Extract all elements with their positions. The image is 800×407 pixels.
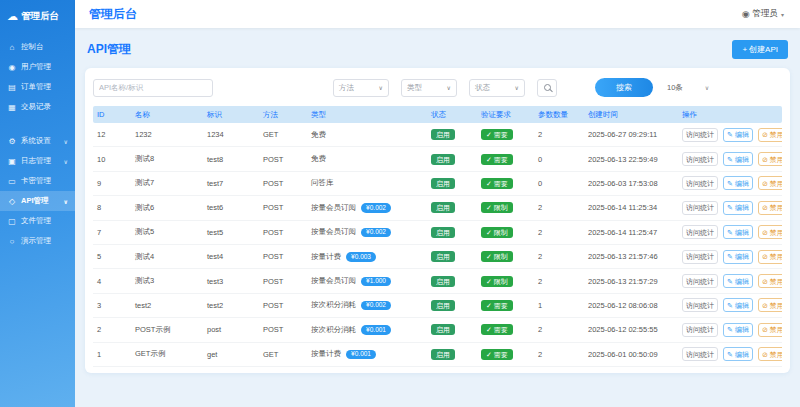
disable-button[interactable]: ⊘ 禁用 bbox=[758, 323, 782, 337]
cell-method: GET bbox=[259, 350, 307, 359]
cell-actions: 访问统计 ✎ 编辑 ⊘ 禁用 ✗ 删除 bbox=[678, 176, 782, 190]
type-text: 按量会员订阅 bbox=[311, 227, 356, 236]
method-filter-select[interactable]: 方法 ∨ bbox=[333, 79, 389, 97]
sidebar-nav: ⌂ 控制台 ◉ 用户管理 ▤ 订单管理 ▦ 交易记录 ⚙ 系统设置 ∨ ▣ 日志… bbox=[0, 31, 75, 251]
type-filter-select[interactable]: 类型 ∨ bbox=[401, 79, 457, 97]
cell-name: 测试6 bbox=[131, 203, 203, 213]
stats-button[interactable]: 访问统计 bbox=[682, 347, 718, 361]
chevron-down-icon: ∨ bbox=[64, 158, 68, 165]
type-text: 按次积分消耗 bbox=[311, 300, 356, 309]
stats-button[interactable]: 访问统计 bbox=[682, 298, 718, 312]
status-filter-select[interactable]: 状态 ∨ bbox=[469, 79, 525, 97]
cell-id: 5 bbox=[93, 252, 131, 261]
stats-button[interactable]: 访问统计 bbox=[682, 152, 718, 166]
price-badge: ¥0.003 bbox=[346, 252, 376, 262]
cell-type: 按量会员订阅 ¥1.000 bbox=[307, 276, 427, 286]
column-header: 类型 bbox=[307, 110, 427, 120]
cell-created: 2025-06-12 08:06:08 bbox=[584, 301, 678, 310]
stats-button[interactable]: 访问统计 bbox=[682, 176, 718, 190]
disable-button[interactable]: ⊘ 禁用 bbox=[758, 176, 782, 190]
sidebar-item-files[interactable]: ▢ 文件管理 bbox=[0, 211, 75, 231]
edit-button[interactable]: ✎ 编辑 bbox=[723, 152, 753, 166]
stats-button[interactable]: 访问统计 bbox=[682, 225, 718, 239]
keyword-search-input[interactable] bbox=[93, 79, 213, 97]
cell-params: 2 bbox=[534, 277, 584, 286]
edit-button[interactable]: ✎ 编辑 bbox=[723, 250, 753, 264]
sidebar-item-users[interactable]: ◉ 用户管理 bbox=[0, 57, 75, 77]
search-button[interactable]: 搜索 bbox=[595, 78, 653, 97]
cell-id: 10 bbox=[93, 155, 131, 164]
sidebar-item-api[interactable]: ◇ API管理 ∨ bbox=[0, 191, 75, 211]
edit-button[interactable]: ✎ 编辑 bbox=[723, 347, 753, 361]
cell-status: 启用 bbox=[427, 129, 477, 140]
cell-name: 测试5 bbox=[131, 227, 203, 237]
cell-actions: 访问统计 ✎ 编辑 ⊘ 禁用 ✗ 删除 bbox=[678, 323, 782, 337]
disable-button[interactable]: ⊘ 禁用 bbox=[758, 201, 782, 215]
cell-actions: 访问统计 ✎ 编辑 ⊘ 禁用 ✗ 删除 bbox=[678, 298, 782, 312]
sidebar-item-console[interactable]: ⌂ 控制台 bbox=[0, 37, 75, 57]
chevron-down-icon: ∨ bbox=[379, 84, 383, 91]
edit-button[interactable]: ✎ 编辑 bbox=[723, 128, 753, 142]
table-row: 7 测试5 test5 POST 按量会员订阅 ¥0.002 启用 ✓ 限制 2… bbox=[93, 221, 782, 245]
cell-code: test3 bbox=[203, 277, 259, 286]
disable-button[interactable]: ⊘ 禁用 bbox=[758, 274, 782, 288]
cell-created: 2025-06-03 17:53:08 bbox=[584, 179, 678, 188]
stats-button[interactable]: 访问统计 bbox=[682, 128, 718, 142]
sidebar-item-orders[interactable]: ▤ 订单管理 bbox=[0, 77, 75, 97]
price-badge: ¥0.002 bbox=[361, 203, 391, 213]
stats-button[interactable]: 访问统计 bbox=[682, 274, 718, 288]
cell-method: POST bbox=[259, 203, 307, 212]
edit-button[interactable]: ✎ 编辑 bbox=[723, 323, 753, 337]
sidebar-item-icon: ▤ bbox=[7, 83, 17, 92]
chevron-down-icon: ∨ bbox=[447, 84, 451, 91]
cell-status: 启用 bbox=[427, 154, 477, 165]
page-size-select[interactable]: 10条 ∨ bbox=[667, 83, 709, 93]
edit-button[interactable]: ✎ 编辑 bbox=[723, 201, 753, 215]
create-api-button[interactable]: + 创建API bbox=[732, 40, 788, 59]
cell-name: 1232 bbox=[131, 130, 203, 139]
cell-verify: ✓ 限制 bbox=[477, 251, 534, 262]
sidebar-item-icon: ◇ bbox=[7, 197, 17, 206]
cell-status: 启用 bbox=[427, 251, 477, 262]
cell-verify: ✓ 需要 bbox=[477, 324, 534, 335]
cell-created: 2025-06-13 22:59:49 bbox=[584, 155, 678, 164]
status-badge: 启用 bbox=[431, 349, 455, 360]
edit-button[interactable]: ✎ 编辑 bbox=[723, 274, 753, 288]
sidebar-item-trades[interactable]: ▦ 交易记录 bbox=[0, 97, 75, 117]
verify-badge: ✓ 限制 bbox=[481, 251, 513, 262]
sidebar: ☁ 管理后台 ⌂ 控制台 ◉ 用户管理 ▤ 订单管理 ▦ 交易记录 ⚙ 系统设置… bbox=[0, 0, 75, 407]
cell-actions: 访问统计 ✎ 编辑 ⊘ 禁用 ✗ 删除 bbox=[678, 347, 782, 361]
cell-method: POST bbox=[259, 228, 307, 237]
api-table-card: 方法 ∨ 类型 ∨ 状态 ∨ 搜索 bbox=[85, 68, 790, 373]
cell-name: 测试7 bbox=[131, 178, 203, 188]
disable-button[interactable]: ⊘ 禁用 bbox=[758, 152, 782, 166]
cell-created: 2025-06-01 00:50:09 bbox=[584, 350, 678, 359]
sidebar-item-demo[interactable]: ○ 演示管理 bbox=[0, 231, 75, 251]
cell-type: 按量计费 ¥0.003 bbox=[307, 252, 427, 262]
disable-button[interactable]: ⊘ 禁用 bbox=[758, 250, 782, 264]
sidebar-item-logs[interactable]: ▣ 日志管理 ∨ bbox=[0, 151, 75, 171]
cell-method: POST bbox=[259, 179, 307, 188]
cell-code: test6 bbox=[203, 203, 259, 212]
cell-created: 2025-06-12 02:55:55 bbox=[584, 325, 678, 334]
stats-button[interactable]: 访问统计 bbox=[682, 250, 718, 264]
cell-id: 3 bbox=[93, 301, 131, 310]
cell-type: 问答库 bbox=[307, 178, 427, 188]
edit-button[interactable]: ✎ 编辑 bbox=[723, 225, 753, 239]
disable-button[interactable]: ⊘ 禁用 bbox=[758, 225, 782, 239]
stats-button[interactable]: 访问统计 bbox=[682, 201, 718, 215]
disable-button[interactable]: ⊘ 禁用 bbox=[758, 298, 782, 312]
status-badge: 启用 bbox=[431, 154, 455, 165]
chevron-down-icon: ∨ bbox=[515, 84, 519, 91]
edit-button[interactable]: ✎ 编辑 bbox=[723, 298, 753, 312]
cell-method: POST bbox=[259, 155, 307, 164]
disable-button[interactable]: ⊘ 禁用 bbox=[758, 128, 782, 142]
quick-search-button[interactable] bbox=[537, 79, 557, 97]
user-menu[interactable]: ◉ 管理员 ▾ bbox=[742, 8, 784, 20]
cell-method: GET bbox=[259, 130, 307, 139]
edit-button[interactable]: ✎ 编辑 bbox=[723, 176, 753, 190]
sidebar-item-cards[interactable]: ▭ 卡密管理 bbox=[0, 171, 75, 191]
disable-button[interactable]: ⊘ 禁用 bbox=[758, 347, 782, 361]
sidebar-item-settings[interactable]: ⚙ 系统设置 ∨ bbox=[0, 131, 75, 151]
stats-button[interactable]: 访问统计 bbox=[682, 323, 718, 337]
